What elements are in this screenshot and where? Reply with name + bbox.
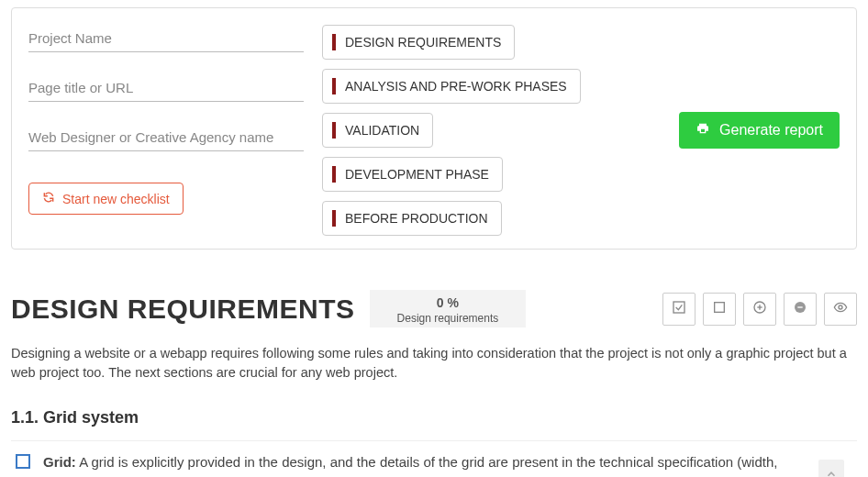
nav-bar-icon: [332, 210, 336, 227]
nav-bar-icon: [332, 78, 336, 94]
eye-icon: [833, 300, 848, 317]
minus-circle-icon: [793, 300, 807, 317]
start-new-checklist-label: Start new checklist: [62, 192, 170, 206]
svg-point-7: [839, 305, 842, 309]
nav-before-production[interactable]: BEFORE PRODUCTION: [322, 201, 502, 236]
top-panel: Start new checklist DESIGN REQUIREMENTS …: [11, 7, 857, 250]
nav-bar-icon: [332, 166, 336, 183]
section-header: DESIGN REQUIREMENTS 0 % Design requireme…: [11, 290, 857, 327]
plus-circle-icon: [752, 300, 767, 317]
item-checkbox[interactable]: [16, 454, 30, 469]
page-title-input[interactable]: [28, 74, 304, 102]
generate-report-label: Generate report: [719, 122, 823, 139]
nav-label: DESIGN REQUIREMENTS: [345, 35, 501, 50]
svg-rect-1: [715, 303, 725, 313]
start-new-checklist-button[interactable]: Start new checklist: [28, 183, 184, 215]
nav-label: ANALYSIS AND PRE-WORK PHASES: [345, 79, 567, 94]
item-label: Grid:: [43, 454, 76, 470]
checklist-item: Grid: A grid is explicitly provided in t…: [11, 440, 857, 477]
item-description: A grid is explicitly provided in the des…: [43, 454, 777, 477]
inputs-column: Start new checklist: [28, 25, 304, 215]
section-title: DESIGN REQUIREMENTS: [11, 294, 355, 325]
square-icon: [712, 300, 727, 317]
nav-design-requirements[interactable]: DESIGN REQUIREMENTS: [322, 25, 515, 60]
nav-label: VALIDATION: [345, 123, 419, 138]
generate-report-button[interactable]: Generate report: [679, 112, 840, 149]
nav-analysis-prework[interactable]: ANALYSIS AND PRE-WORK PHASES: [322, 69, 581, 104]
progress-label: Design requirements: [397, 312, 499, 325]
progress-box: 0 % Design requirements: [370, 290, 527, 327]
check-all-button[interactable]: [662, 293, 696, 326]
nav-development-phase[interactable]: DEVELOPMENT PHASE: [322, 157, 503, 192]
scroll-top-button[interactable]: [818, 460, 844, 477]
generate-column: Generate report: [679, 112, 840, 149]
check-square-icon: [672, 300, 686, 317]
nav-bar-icon: [332, 122, 336, 139]
svg-rect-0: [673, 302, 684, 313]
item-text: Grid: A grid is explicitly provided in t…: [43, 452, 857, 477]
nav-label: BEFORE PRODUCTION: [345, 211, 488, 226]
collapse-button[interactable]: [784, 293, 817, 326]
section-description: Designing a website or a webapp requires…: [11, 344, 857, 383]
refresh-icon: [42, 191, 55, 206]
visibility-button[interactable]: [824, 293, 857, 326]
project-name-input[interactable]: [28, 25, 304, 52]
chevron-up-icon: [825, 468, 838, 477]
subsection: 1.1. Grid system Grid: A grid is explici…: [11, 408, 857, 477]
nav-validation[interactable]: VALIDATION: [322, 113, 433, 148]
subsection-title: 1.1. Grid system: [11, 408, 857, 427]
nav-column: DESIGN REQUIREMENTS ANALYSIS AND PRE-WOR…: [322, 25, 581, 236]
expand-button[interactable]: [743, 293, 776, 326]
nav-label: DEVELOPMENT PHASE: [345, 167, 489, 182]
uncheck-all-button[interactable]: [703, 293, 736, 326]
progress-percent: 0 %: [397, 295, 499, 310]
nav-bar-icon: [332, 34, 336, 50]
designer-name-input[interactable]: [28, 124, 304, 151]
print-icon: [696, 121, 710, 139]
section-tools: [662, 293, 857, 326]
